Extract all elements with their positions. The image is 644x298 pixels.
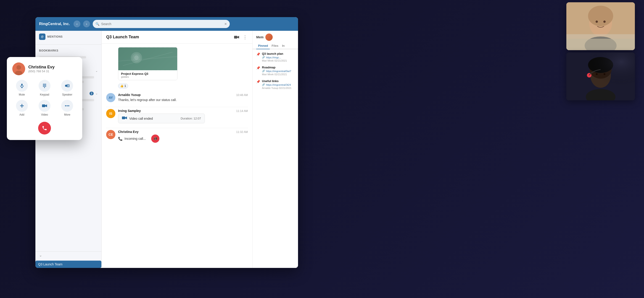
add-icon bbox=[16, 100, 28, 112]
pinned-link-1[interactable]: 🔗 https://ringc... bbox=[262, 56, 294, 59]
add-button[interactable]: Add bbox=[12, 100, 31, 116]
svg-point-23 bbox=[45, 85, 46, 86]
pinned-meta-3: Arnaldo Yusup 02/21/2021 bbox=[262, 87, 294, 89]
svg-rect-0 bbox=[234, 36, 237, 38]
caller-face-svg bbox=[12, 62, 25, 75]
phone-widget: Christina Evy (650) 768 54 31 Mute bbox=[7, 57, 82, 140]
end-call-icon bbox=[42, 125, 47, 131]
end-call-button[interactable] bbox=[38, 122, 51, 135]
speaker-label: Speaker bbox=[62, 93, 72, 96]
more-button[interactable]: More bbox=[58, 100, 77, 116]
sidebar-bookmarks-section: BOOKMARKS bbox=[36, 46, 102, 54]
svg-point-24 bbox=[43, 86, 44, 87]
tab-files[interactable]: Files bbox=[270, 43, 280, 49]
pinned-title-2: Roadmap bbox=[262, 66, 294, 69]
pinned-items-list: 📌 Q3 launch plan 🔗 https://ringc... Mari… bbox=[252, 49, 298, 96]
avatar-is: IS bbox=[106, 109, 115, 118]
more-options-button[interactable]: ⋮ bbox=[243, 34, 248, 40]
speaker-button[interactable]: Speaker bbox=[58, 80, 77, 96]
message-content-3: Irving Sampley 11:14 AM Video call ended bbox=[118, 109, 248, 123]
header-bar: RingCentral, Inc. ‹ › 🔍 ✕ bbox=[36, 17, 298, 31]
video-call-button[interactable] bbox=[234, 35, 239, 39]
more-label: More bbox=[64, 113, 70, 116]
app-window: RingCentral, Inc. ‹ › 🔍 ✕ @ MENTIONS BOO… bbox=[36, 17, 298, 268]
decline-call-button[interactable]: 📵 bbox=[151, 135, 160, 143]
tab-pinned[interactable]: Pinned bbox=[256, 43, 270, 49]
incoming-call-text: 📞 Incoming call... bbox=[118, 137, 146, 141]
file-card-svg bbox=[118, 47, 177, 70]
message-group-3: IS Irving Sampley 11:14 AM bbox=[106, 109, 248, 123]
video-button[interactable]: Video bbox=[35, 100, 54, 116]
divider-1 bbox=[36, 44, 102, 45]
svg-point-26 bbox=[45, 86, 46, 87]
sender-2: Arnaldo Yusup bbox=[118, 93, 141, 97]
right-panel: Mem Pinned Files In 📌 Q3 launch plan 🔗 h bbox=[252, 31, 298, 268]
call-ended-icon bbox=[122, 116, 127, 121]
svg-point-38 bbox=[596, 20, 598, 23]
search-input[interactable] bbox=[101, 22, 222, 26]
pinned-title-1: Q3 launch plan bbox=[262, 52, 294, 55]
search-bar: 🔍 ✕ bbox=[93, 20, 230, 28]
file-card-info: Project Express Q3 gslides bbox=[118, 70, 177, 80]
svg-point-18 bbox=[43, 84, 44, 85]
link-icon-1: 🔗 bbox=[262, 56, 265, 59]
right-panel-title: Mem bbox=[256, 35, 264, 39]
right-panel-tabs: Pinned Files In bbox=[252, 41, 298, 49]
pinned-link-3[interactable]: 🔗 https://ringcentral/3t24 bbox=[262, 83, 294, 86]
svg-text:IS: IS bbox=[109, 112, 112, 115]
more-dots-icon bbox=[65, 105, 70, 107]
active-team-item[interactable]: Q3 Launch Team bbox=[36, 261, 102, 268]
svg-point-20 bbox=[45, 84, 46, 85]
svg-point-21 bbox=[43, 85, 44, 86]
pinned-meta-2: Mari Mirek 02/21/2021 bbox=[262, 73, 294, 76]
svg-point-34 bbox=[68, 105, 70, 107]
app-title: RingCentral, Inc. bbox=[39, 22, 70, 26]
speaker-icon bbox=[61, 80, 73, 92]
svg-text:CE: CE bbox=[108, 133, 113, 136]
pinned-item-content-3: Useful links 🔗 https://ringcentral/3t24 … bbox=[262, 79, 294, 89]
notes-chevron-icon: ⌄ bbox=[96, 69, 98, 73]
call-ended-card: Video call ended Duration: 12:07 bbox=[118, 114, 205, 123]
pinned-item-1: 📌 Q3 launch plan 🔗 https://ringc... Mari… bbox=[256, 52, 294, 62]
svg-point-33 bbox=[67, 105, 68, 107]
message-content-2: Arnaldo Yusup 10:48 AM Thanks, let's reg… bbox=[118, 93, 248, 102]
file-card: Project Express Q3 gslides bbox=[118, 47, 178, 80]
tab-in[interactable]: In bbox=[280, 43, 286, 49]
message-header-2: Arnaldo Yusup 10:48 AM bbox=[118, 93, 248, 97]
member-avatar bbox=[265, 33, 273, 41]
svg-rect-9 bbox=[122, 117, 125, 119]
pinned-item-3: 📌 Useful links 🔗 https://ringcentral/3t2… bbox=[256, 79, 294, 89]
chat-area: Q3 Launch Team ⋮ bbox=[102, 31, 252, 268]
separator-1 bbox=[106, 107, 248, 107]
right-panel-header: Mem bbox=[252, 31, 298, 41]
link-icon-3: 🔗 bbox=[262, 83, 265, 86]
back-button[interactable]: ‹ bbox=[74, 20, 80, 27]
svg-rect-42 bbox=[566, 39, 635, 50]
forward-button[interactable]: › bbox=[83, 20, 90, 27]
video-camera-icon bbox=[42, 104, 47, 108]
decline-icon: 📵 bbox=[154, 137, 157, 141]
collapse-icon[interactable]: ⌄ bbox=[39, 253, 42, 257]
caller-number: (650) 768 54 31 bbox=[28, 70, 77, 73]
mute-button[interactable]: Mute bbox=[12, 80, 31, 96]
end-call-area bbox=[12, 122, 77, 135]
search-clear-icon[interactable]: ✕ bbox=[224, 22, 227, 26]
svg-rect-51 bbox=[566, 52, 635, 100]
search-icon: 🔍 bbox=[96, 22, 99, 26]
video-face-svg-2 bbox=[566, 52, 635, 100]
keypad-label: Keypad bbox=[40, 93, 49, 96]
keypad-dots-icon bbox=[42, 83, 47, 88]
pin-icon-1: 📌 bbox=[256, 52, 260, 62]
avatar-ce: CE bbox=[106, 130, 115, 139]
time-2: 10:48 AM bbox=[236, 94, 248, 97]
keypad-button[interactable]: Keypad bbox=[35, 80, 54, 96]
message-group-2: AY Arnaldo Yusup 10:48 AM Thanks, let's … bbox=[106, 93, 248, 102]
reaction-count: 1 bbox=[124, 84, 126, 88]
pinned-link-2[interactable]: 🔗 https://ringcentral/0wi7 bbox=[262, 70, 294, 73]
video-ended-icon bbox=[122, 116, 127, 120]
plus-icon bbox=[20, 104, 24, 108]
pinned-meta-1: Mari Mirek 02/21/2021 bbox=[262, 59, 294, 62]
chat-messages: Project Express Q3 gslides 👍 1 AY bbox=[102, 43, 252, 268]
video-label: Video bbox=[41, 113, 48, 116]
reaction-button[interactable]: 👍 1 bbox=[118, 83, 128, 88]
